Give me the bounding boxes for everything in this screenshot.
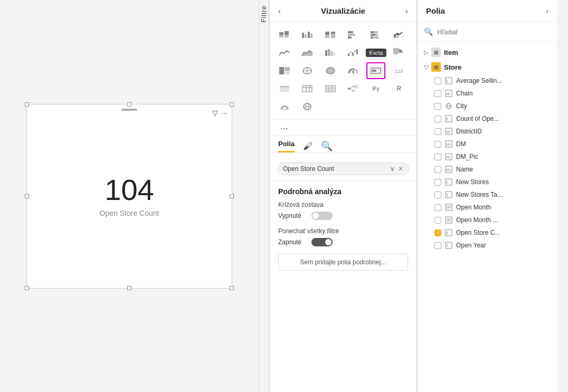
svg-rect-17: [371, 34, 375, 36]
stacked-bar-chart-icon[interactable]: [275, 26, 294, 43]
svg-rect-11: [331, 34, 335, 38]
list-item[interactable]: Σ New Stores: [418, 176, 557, 188]
list-item[interactable]: City: [418, 100, 557, 112]
line-chart-icon[interactable]: [275, 44, 294, 61]
list-item[interactable]: ab DM: [418, 138, 557, 150]
globe-visual-icon[interactable]: [298, 98, 317, 115]
field-checkbox-newstoreta[interactable]: [434, 192, 441, 198]
fields-search-input[interactable]: [437, 28, 551, 36]
stacked-bar-100-icon[interactable]: [321, 26, 340, 43]
r-icon[interactable]: R: [390, 80, 409, 97]
krizova-toggle[interactable]: [311, 212, 333, 220]
clustered-bar-chart-icon[interactable]: [298, 26, 317, 43]
svg-rect-39: [285, 67, 290, 71]
tab-analytics-icon[interactable]: 🔍: [321, 140, 333, 152]
field-name-city: City: [456, 102, 467, 110]
field-checkbox-dmpic[interactable]: [434, 154, 441, 160]
ribbon-chart-icon[interactable]: [321, 44, 340, 61]
list-item[interactable]: ✓ Σ Open Store C...: [418, 226, 557, 239]
field-group-store[interactable]: ▽ ▦ Store: [418, 60, 557, 74]
resize-handle-bl[interactable]: [25, 286, 29, 290]
viz-next-arrow[interactable]: ›: [405, 7, 408, 15]
text-icon-name: ab: [444, 165, 453, 174]
svg-point-62: [348, 88, 350, 90]
svg-rect-3: [285, 35, 289, 37]
fields-next-arrow[interactable]: ›: [546, 7, 548, 15]
tab-fields[interactable]: Polia: [278, 140, 295, 152]
resize-handle-tm[interactable]: [127, 102, 131, 107]
viz-prev-arrow[interactable]: ‹: [278, 7, 281, 15]
field-checkbox-city[interactable]: [434, 103, 441, 110]
visualizations-panel: ‹ Vizualizácie ›: [269, 0, 417, 392]
field-checkbox-districtid[interactable]: [434, 128, 441, 135]
svg-rect-29: [350, 51, 352, 53]
map-icon[interactable]: [298, 62, 317, 79]
field-checkbox-countope[interactable]: [434, 116, 441, 122]
treemap-icon[interactable]: [275, 62, 294, 79]
field-checkbox-openmonth2[interactable]: [434, 217, 441, 224]
gauge-icon[interactable]: [344, 62, 363, 79]
field-checkbox-openmonth[interactable]: [434, 204, 441, 211]
list-item[interactable]: ab DistrictID: [418, 125, 557, 138]
list-item[interactable]: Σ Count of Ope...: [418, 112, 557, 125]
svg-text:ab: ab: [446, 142, 450, 146]
python-icon[interactable]: Py: [366, 80, 385, 97]
ponechat-toggle-thumb: [325, 239, 332, 245]
krizova-setting: Krížová zostava Vypnuté: [278, 201, 408, 220]
table-icon[interactable]: [298, 80, 317, 97]
field-checkbox-newstores[interactable]: [434, 179, 441, 186]
stacked-bar-horiz-icon[interactable]: [366, 26, 385, 43]
list-item[interactable]: Open Month ...: [418, 214, 557, 226]
field-checkbox-avgsellin[interactable]: [434, 78, 441, 84]
resize-handle-mr[interactable]: [230, 194, 234, 198]
add-drillthrough-field-button[interactable]: Sem pridajte polia podrobnej...: [278, 254, 408, 271]
svg-rect-51: [280, 90, 289, 92]
ponechat-toggle[interactable]: [311, 238, 333, 246]
field-checkbox-openstorec[interactable]: ✓: [434, 230, 441, 236]
resize-handle-br[interactable]: [230, 286, 234, 290]
svg-rect-7: [310, 33, 313, 38]
resize-handle-bm[interactable]: [127, 286, 131, 290]
resize-handle-tl[interactable]: [25, 102, 29, 107]
field-checkbox-chain[interactable]: [434, 90, 441, 97]
list-item[interactable]: Open Month: [418, 201, 557, 214]
store-group-icon: ▦: [431, 62, 441, 72]
list-item[interactable]: ab Chain: [418, 87, 557, 100]
more-visuals-button[interactable]: ...: [275, 119, 294, 133]
field-checkbox-openyear[interactable]: [434, 242, 441, 249]
waterfall-icon[interactable]: [344, 44, 363, 61]
resize-handle-ml[interactable]: [25, 194, 29, 198]
field-checkbox-name[interactable]: [434, 166, 441, 173]
svg-rect-31: [354, 50, 356, 52]
slicer-icon[interactable]: [275, 80, 294, 97]
field-pill-remove[interactable]: ✕: [398, 165, 403, 173]
pie-chart-icon[interactable]: [390, 44, 409, 61]
field-group-item[interactable]: ▷ ▦ Item: [418, 45, 557, 60]
filled-map-icon[interactable]: [321, 62, 340, 79]
list-item[interactable]: Σ Open Year: [418, 239, 557, 252]
field-pill-chevron[interactable]: ∨: [390, 165, 395, 173]
ai-insights-icon[interactable]: [275, 98, 294, 115]
text-icon-district: ab: [444, 127, 453, 136]
area-chart-icon[interactable]: [298, 44, 317, 61]
more-options-icon[interactable]: ···: [221, 109, 228, 117]
visual-card[interactable]: ▽ ··· 104 Open Store Count: [26, 104, 232, 289]
field-checkbox-dm[interactable]: [434, 141, 441, 148]
list-item[interactable]: ab DM_Pic: [418, 150, 557, 163]
svg-rect-4: [302, 33, 304, 38]
field-pill[interactable]: Open Store Count ∨ ✕: [277, 162, 409, 175]
card-icon[interactable]: Karta: [366, 62, 385, 79]
krizova-label: Krížová zostava: [278, 201, 408, 208]
decomp-tree-icon[interactable]: [344, 80, 363, 97]
list-item[interactable]: Σ Average Sellin...: [418, 74, 557, 87]
resize-handle-tr[interactable]: [230, 102, 234, 107]
list-item[interactable]: ab Name: [418, 163, 557, 176]
filter-icon[interactable]: ▽: [212, 109, 218, 117]
kpi-icon[interactable]: 123: [390, 62, 409, 79]
tab-format-icon[interactable]: 🖌: [303, 141, 313, 152]
combo-chart-icon[interactable]: [390, 26, 409, 43]
matrix-icon[interactable]: [321, 80, 340, 97]
list-item[interactable]: Σ New Stores Ta...: [418, 188, 557, 201]
bar-horiz-icon[interactable]: [344, 26, 363, 43]
svg-rect-32: [356, 49, 358, 54]
